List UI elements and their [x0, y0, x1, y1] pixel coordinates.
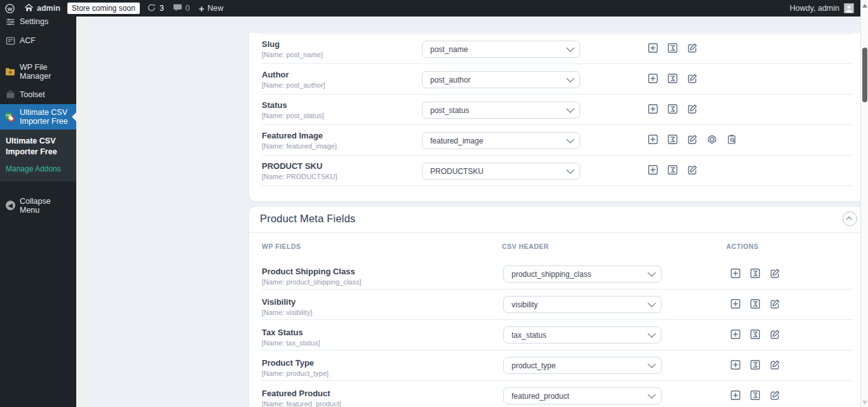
chevron-down-icon: [566, 105, 574, 113]
csv-header-dropdown-value: visibility: [512, 300, 648, 309]
comments-menu[interactable]: 0: [168, 0, 194, 17]
row-actions: [730, 329, 780, 340]
updates-menu[interactable]: 3: [142, 0, 168, 17]
sidebar-item-settings[interactable]: Settings: [0, 17, 76, 31]
submenu-item-manage-addons[interactable]: Manage Addons: [6, 164, 71, 173]
add-static-value-button[interactable]: [730, 359, 741, 370]
updates-icon: [147, 3, 156, 14]
edit-button[interactable]: [687, 73, 698, 84]
section-divider: [249, 232, 865, 233]
add-static-value-button[interactable]: [648, 103, 658, 114]
field-label: Product Type: [262, 358, 329, 368]
add-static-value-button[interactable]: [730, 329, 741, 340]
core-fields-rows: Slug [Name: post_name] post_name Author …: [249, 34, 865, 186]
add-static-value-button[interactable]: [730, 390, 741, 401]
formula-button[interactable]: [667, 103, 678, 114]
csv-header-dropdown[interactable]: post_status: [422, 102, 580, 119]
scrollbar-thumb[interactable]: [862, 48, 867, 102]
add-static-value-button[interactable]: [730, 298, 741, 309]
add-static-value-button[interactable]: [648, 134, 658, 145]
field-row: Tax Status [Name: tax_status] tax_status: [249, 320, 865, 350]
add-static-value-button[interactable]: [648, 43, 658, 53]
formula-button[interactable]: [667, 134, 678, 145]
core-fields-card: Slug [Name: post_name] post_name Author …: [249, 33, 865, 201]
scrollbar-down-arrow[interactable]: [862, 401, 867, 404]
formula-button[interactable]: [667, 43, 678, 53]
csv-header-dropdown[interactable]: post_author: [422, 71, 580, 88]
submenu-item-current[interactable]: Ultimate CSV Importer Free: [6, 136, 71, 157]
csv-header-dropdown[interactable]: product_type: [503, 357, 661, 374]
section-title: Product Meta Fields: [260, 213, 356, 225]
sidebar-item-toolset[interactable]: Toolset: [0, 85, 76, 104]
csv-header-dropdown[interactable]: visibility: [503, 296, 661, 313]
edit-button[interactable]: [770, 329, 780, 340]
formula-button[interactable]: [667, 164, 678, 175]
new-menu[interactable]: + New: [194, 0, 228, 17]
csv-header-dropdown-value: post_name: [430, 45, 566, 54]
plugin-content-area: Slug [Name: post_name] post_name Author …: [86, 17, 860, 407]
sidebar-item-label: Toolset: [20, 90, 45, 99]
field-internal-name: [Name: tax_status]: [262, 339, 320, 347]
openai-button[interactable]: [707, 134, 717, 145]
sidebar-item-label: Ultimate CSV Importer Free: [20, 108, 71, 126]
add-static-value-button[interactable]: [730, 268, 741, 279]
edit-button[interactable]: [770, 268, 780, 279]
edit-button[interactable]: [687, 103, 698, 114]
scrollbar-up-arrow[interactable]: [862, 4, 867, 8]
formula-button[interactable]: [750, 268, 761, 279]
edit-button[interactable]: [687, 43, 698, 53]
media-search-button[interactable]: [726, 134, 737, 145]
field-label-block: Author [Name: post_author]: [262, 70, 325, 89]
edit-button[interactable]: [687, 134, 698, 145]
wordpress-logo-icon[interactable]: W: [0, 0, 20, 17]
chevron-down-icon: [648, 390, 656, 399]
csv-header-dropdown[interactable]: featured_product: [503, 387, 661, 404]
edit-button[interactable]: [687, 164, 698, 175]
formula-button[interactable]: [750, 329, 761, 340]
field-internal-name: [Name: PRODUCTSKU]: [262, 173, 337, 180]
chevron-up-icon: [846, 217, 852, 223]
collapse-icon: ◀: [5, 201, 15, 211]
edit-button[interactable]: [770, 298, 780, 309]
field-label-block: Product Shipping Class [Name: product_sh…: [262, 267, 362, 286]
row-actions: [730, 390, 780, 401]
collapse-menu-button[interactable]: ◀ Collapse Menu: [0, 192, 76, 219]
coming-soon-badge[interactable]: Store coming soon: [67, 3, 140, 14]
chevron-down-icon: [566, 74, 574, 83]
chevron-down-icon: [566, 135, 574, 143]
settings-icon: [5, 17, 15, 27]
svg-text:W: W: [8, 6, 13, 11]
formula-button[interactable]: [667, 73, 678, 84]
csv-header-dropdown-value: featured_image: [430, 137, 566, 145]
section-collapse-button[interactable]: [843, 211, 857, 226]
formula-button[interactable]: [750, 390, 761, 401]
formula-button[interactable]: [750, 298, 761, 309]
page-scrollbar[interactable]: [860, 0, 868, 407]
csv-header-dropdown[interactable]: featured_image: [422, 132, 580, 149]
csv-header-dropdown-value: PRODUCTSKU: [430, 167, 566, 176]
site-menu[interactable]: admin: [20, 0, 65, 17]
csv-header-dropdown[interactable]: post_name: [422, 41, 580, 58]
account-menu[interactable]: Howdy, admin: [790, 3, 860, 13]
row-actions: [730, 268, 780, 279]
csv-header-dropdown[interactable]: PRODUCTSKU: [422, 163, 580, 180]
edit-button[interactable]: [770, 390, 780, 401]
csv-header-dropdown-value: featured_product: [512, 392, 648, 401]
row-actions: [648, 43, 698, 53]
add-static-value-button[interactable]: [648, 164, 658, 175]
sidebar-item-acf[interactable]: ACF: [0, 31, 76, 50]
sidebar-item-label: ACF: [20, 36, 36, 45]
csv-header-dropdown[interactable]: tax_status: [503, 326, 661, 344]
csv-importer-logo: CSV: [5, 112, 15, 122]
field-label-block: Featured Image [Name: featured_image]: [262, 131, 337, 150]
acf-icon: [5, 36, 15, 46]
row-actions: [648, 73, 698, 84]
sidebar-item-ultimate-csv-importer[interactable]: CSV Ultimate CSV Importer Free: [0, 104, 76, 130]
sidebar-item-wp-file-manager[interactable]: WP File Manager: [0, 58, 76, 85]
add-static-value-button[interactable]: [648, 73, 658, 84]
csv-header-dropdown[interactable]: product_shipping_class: [503, 265, 661, 283]
formula-button[interactable]: [750, 359, 761, 370]
edit-button[interactable]: [770, 359, 780, 370]
chevron-down-icon: [566, 44, 574, 52]
csv-header-dropdown-value: post_status: [430, 106, 566, 115]
